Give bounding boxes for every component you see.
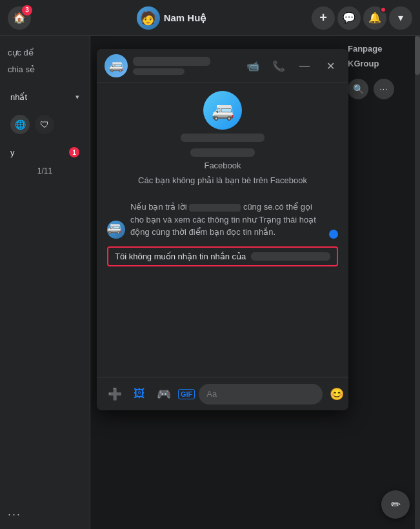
scrollbar-thumb[interactable] (415, 36, 420, 75)
sidebar-icon-1: 🌐 (10, 115, 30, 134)
plus-icon: ➕ (108, 387, 122, 401)
page-indicator: 1/11 (8, 166, 82, 175)
video-icon: 📹 (246, 60, 259, 72)
notification-button[interactable]: 🔔 (363, 6, 386, 30)
user-name: Nam Huệ (164, 12, 206, 24)
sidebar-text1: cực để (8, 46, 82, 59)
minimize-icon: — (299, 60, 310, 72)
sidebar-text2: chia sẻ (8, 63, 82, 76)
right-more-button[interactable]: ··· (374, 79, 394, 99)
close-icon: ✕ (326, 60, 335, 72)
message-input[interactable] (199, 384, 323, 404)
notification-icon-wrap[interactable]: 🏠 3 (8, 6, 31, 30)
search-icon: 🔍 (353, 84, 364, 94)
message-text: Nếu bạn trả lời cũng se.có thể gọi cho b… (130, 201, 324, 239)
sidebar-footer[interactable]: ... (8, 505, 21, 519)
chat-platform-label: Facebook (204, 161, 241, 170)
photo-icon: 🖼 (134, 387, 145, 401)
video-call-button[interactable]: 📹 (243, 55, 263, 76)
topbar-center: 🧑 Nam Huệ (137, 6, 206, 30)
chat-body[interactable]: 🚐 Facebook Các bạn không phải là bạn bè … (97, 83, 348, 377)
sidebar-item-recent[interactable]: nhất ▾ (8, 88, 82, 106)
dropdown-arrow-icon: ▾ (75, 93, 79, 101)
sidebar-section: nhất ▾ 🌐 🛡 y 1 (8, 88, 82, 161)
scrollbar-track (415, 36, 420, 529)
chat-header-name-blur (133, 57, 210, 66)
minimize-button[interactable]: — (294, 55, 315, 76)
photo-button[interactable]: 🖼 (129, 384, 150, 404)
chat-header: 🚐 📹 📞 — ✕ (97, 49, 348, 83)
sticker-icon: 🎮 (157, 387, 171, 401)
chat-popup: 🚐 📹 📞 — ✕ (97, 49, 348, 410)
close-button[interactable]: ✕ (320, 55, 341, 76)
emoji-icon: 😊 (330, 387, 344, 401)
message-row: 🚐 Nếu bạn trả lời cũng se.có thể gọi cho… (107, 201, 338, 239)
chat-not-friends-label: Các bạn không phải là bạn bè trên Facebo… (138, 175, 307, 185)
message-text-content: Nếu bạn trả lời (130, 202, 189, 212)
sidebar: cực để chia sẻ nhất ▾ 🌐 🛡 y 1 1/11 ... (0, 36, 90, 529)
notif-dot (380, 6, 386, 13)
emoji-button[interactable]: 😊 (326, 384, 347, 404)
right-area: Fanpage KGroup 🔍 ··· 🚐 📹 (90, 36, 420, 529)
right-panel: Fanpage KGroup 🔍 ··· (343, 36, 420, 529)
message-sender-avatar: 🚐 (107, 221, 125, 239)
topbar-left: 🏠 3 (8, 6, 31, 30)
sidebar-item-2[interactable]: y 1 (8, 143, 82, 161)
sidebar-label-y: y (10, 148, 15, 157)
chat-action-name-blur (251, 252, 330, 261)
messenger-button[interactable]: 💬 (337, 6, 361, 30)
chat-profile-section: 🚐 Facebook Các bạn không phải là bạn bè … (138, 91, 307, 185)
chat-action-row[interactable]: Tôi không muốn nhận tin nhắn của (107, 246, 338, 266)
topbar-right: + 💬 🔔 ▾ (312, 6, 412, 30)
sidebar-num-badge: 1 (69, 147, 79, 157)
chat-action-text: Tôi không muốn nhận tin nhắn của (115, 252, 246, 261)
sidebar-icon-2: 🛡 (35, 115, 54, 134)
notification-badge: 3 (22, 5, 32, 15)
phone-icon: 📞 (272, 60, 285, 72)
compose-icon: ✏ (391, 497, 401, 512)
topbar: 🏠 3 🧑 Nam Huệ + 💬 🔔 ▾ (0, 0, 420, 36)
chat-profile-avatar: 🚐 (203, 91, 242, 130)
compose-button[interactable]: ✏ (381, 490, 410, 519)
sticker-button[interactable]: 🎮 (154, 384, 174, 404)
chat-profile-name-blur1 (181, 134, 265, 142)
chat-header-sub-blur (133, 68, 185, 75)
chat-header-avatar: 🚐 (105, 54, 128, 77)
add-button[interactable]: + (312, 6, 335, 30)
add-attachment-button[interactable]: ➕ (105, 384, 125, 404)
user-avatar[interactable]: 🧑 (137, 6, 160, 30)
chat-profile-name-blur2 (190, 148, 255, 157)
blurred-name (189, 204, 241, 212)
more-icon: ··· (379, 85, 388, 94)
right-panel-actions: 🔍 ··· (348, 79, 415, 99)
chat-footer: ➕ 🖼 🎮 GIF 😊 👍 (97, 377, 348, 410)
chat-header-actions: 📹 📞 — ✕ (243, 55, 341, 76)
phone-call-button[interactable]: 📞 (268, 55, 289, 76)
message-bubble: Nếu bạn trả lời cũng se.có thể gọi cho b… (130, 201, 324, 239)
gif-button[interactable]: GIF (178, 389, 195, 399)
sidebar-item-label-recent: nhất (10, 92, 27, 102)
right-panel-label2: KGroup (348, 59, 415, 68)
read-indicator (329, 230, 338, 239)
right-panel-label1: Fanpage (348, 44, 415, 54)
dropdown-button[interactable]: ▾ (389, 6, 412, 30)
chat-header-name-area (133, 57, 243, 75)
sidebar-footer-label: ... (8, 505, 21, 518)
sidebar-item-1[interactable]: 🌐 🛡 (8, 111, 82, 138)
right-search-button[interactable]: 🔍 (348, 79, 368, 99)
